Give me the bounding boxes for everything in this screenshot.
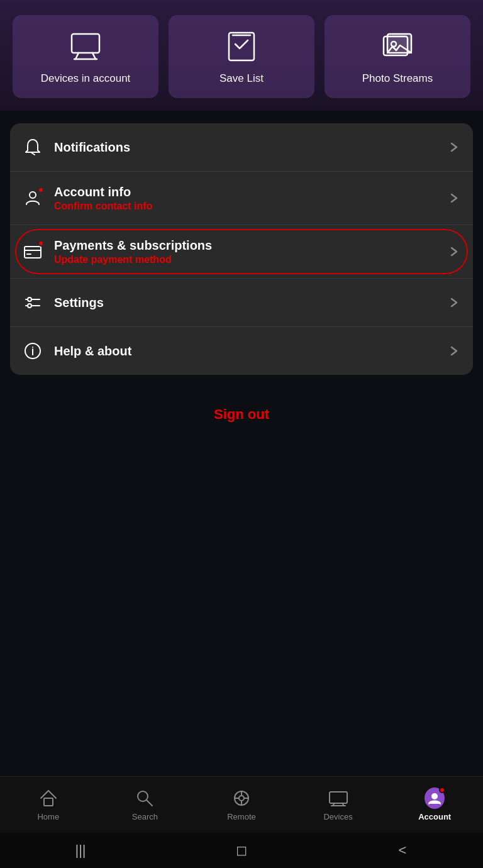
svg-rect-32 <box>330 792 347 803</box>
payments-chevron <box>447 244 462 259</box>
settings-icon <box>21 291 44 314</box>
settings-menu-item[interactable]: Settings <box>10 279 473 327</box>
svg-point-27 <box>239 796 244 801</box>
bottom-navigation: Home Search Remote <box>0 776 483 833</box>
account-info-menu-item[interactable]: Account info Confirm contact info <box>10 172 473 225</box>
person-icon <box>21 187 44 209</box>
payments-subtitle: Update payment method <box>54 254 447 265</box>
android-nav-bar: ||| ◻ < <box>0 833 483 868</box>
svg-point-22 <box>32 347 33 348</box>
account-info-title: Account info <box>54 184 447 199</box>
photo-streams-card[interactable]: Photo Streams <box>325 15 470 98</box>
android-menu-button[interactable]: ||| <box>62 838 99 863</box>
help-about-title: Help & about <box>54 343 447 359</box>
nav-search-label: Search <box>132 812 158 821</box>
nav-account-label: Account <box>418 812 451 821</box>
photo-streams-icon <box>381 30 414 63</box>
menu-section: Notifications Account info Confirm conta… <box>10 123 473 375</box>
help-about-text: Help & about <box>54 343 447 359</box>
remote-icon <box>231 788 252 808</box>
search-icon <box>135 788 155 808</box>
svg-rect-11 <box>25 247 41 258</box>
settings-title: Settings <box>54 295 447 310</box>
notifications-chevron <box>447 140 462 155</box>
home-icon <box>38 788 58 808</box>
payments-text: Payments & subscriptions Update payment … <box>54 238 447 265</box>
nav-home[interactable]: Home <box>0 783 97 826</box>
save-list-icon <box>225 30 258 63</box>
nav-devices-label: Devices <box>323 812 352 821</box>
sign-out-button[interactable]: Sign out <box>201 400 282 429</box>
devices-in-account-card[interactable]: Devices in account <box>13 15 158 98</box>
svg-point-10 <box>30 192 36 198</box>
help-about-menu-item[interactable]: Help & about <box>10 327 473 375</box>
top-cards-section: Devices in account Save List Photo Strea… <box>0 0 483 111</box>
android-back-button[interactable]: < <box>384 838 421 863</box>
photo-streams-label: Photo Streams <box>362 72 433 86</box>
settings-text: Settings <box>54 295 447 310</box>
save-list-label: Save List <box>219 72 264 86</box>
nav-account[interactable]: Account <box>386 783 483 826</box>
bell-icon <box>21 136 44 159</box>
nav-remote-label: Remote <box>227 812 256 821</box>
account-avatar-icon <box>425 788 445 808</box>
help-about-chevron <box>447 343 462 359</box>
info-icon <box>21 340 44 362</box>
notifications-title: Notifications <box>54 140 447 155</box>
account-info-text: Account info Confirm contact info <box>54 184 447 212</box>
account-info-dot <box>38 187 44 193</box>
nav-devices[interactable]: Devices <box>290 783 387 826</box>
devices-icon <box>328 788 348 808</box>
payments-dot <box>38 240 44 247</box>
svg-line-2 <box>92 53 96 59</box>
account-info-chevron <box>447 191 462 206</box>
account-avatar-dot <box>439 787 445 793</box>
nav-search[interactable]: Search <box>97 783 194 826</box>
android-home-button[interactable]: ◻ <box>223 838 260 863</box>
notifications-menu-item[interactable]: Notifications <box>10 123 473 172</box>
save-list-card[interactable]: Save List <box>169 15 314 98</box>
payments-subscriptions-menu-item[interactable]: Payments & subscriptions Update payment … <box>10 225 473 279</box>
devices-in-account-label: Devices in account <box>41 72 131 86</box>
card-icon <box>21 240 44 263</box>
svg-rect-0 <box>72 34 99 53</box>
account-info-subtitle: Confirm contact info <box>54 201 447 212</box>
sign-out-section: Sign out <box>0 375 483 467</box>
svg-point-36 <box>432 794 437 799</box>
svg-line-1 <box>75 53 79 59</box>
svg-rect-23 <box>44 798 53 806</box>
notifications-text: Notifications <box>54 140 447 155</box>
settings-chevron <box>447 295 462 310</box>
svg-line-25 <box>147 800 152 806</box>
nav-remote[interactable]: Remote <box>193 783 290 826</box>
nav-home-label: Home <box>37 812 59 821</box>
payments-title: Payments & subscriptions <box>54 238 447 253</box>
monitor-icon <box>69 30 102 63</box>
